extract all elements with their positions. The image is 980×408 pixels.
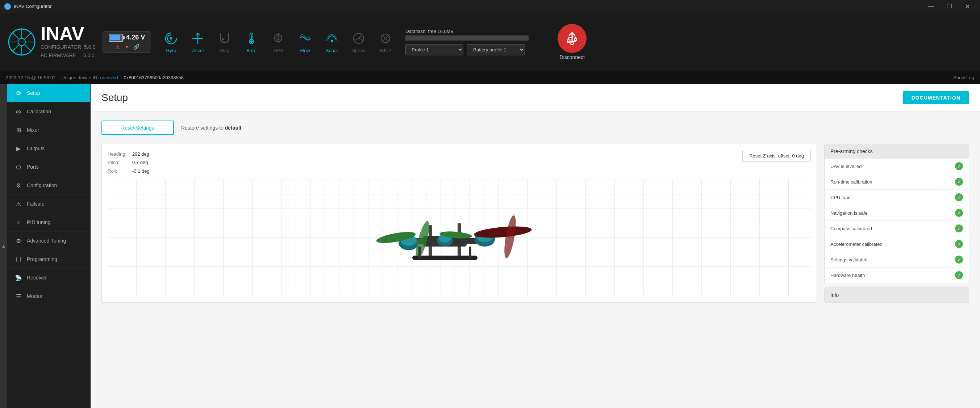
profile-select[interactable]: Profile 1	[406, 44, 463, 56]
sidebar-item-setup[interactable]: ⚙ Setup	[7, 84, 90, 102]
check-compass-label: Compass calibrated	[830, 226, 872, 231]
status-timestamp: 2022-12-15 @ 16:56:02 -- Unique device I…	[6, 75, 97, 80]
disconnect-button[interactable]: Disconnect	[550, 24, 594, 60]
heart-icon: ♥	[123, 43, 130, 50]
accel-label: Accel	[192, 48, 204, 53]
sensor-gps[interactable]: GPS	[266, 27, 291, 56]
gyro-label: Gyro	[166, 48, 176, 53]
main-content: Setup DOCUMENTATION Reset Settings Resto…	[91, 84, 980, 408]
battery-profile-select[interactable]: Battery profile 1	[467, 44, 525, 56]
sidebar-item-mixer[interactable]: ⊞ Mixer	[7, 121, 90, 140]
sidebar-item-configuration[interactable]: ⚙ Configuration	[7, 176, 90, 195]
close-button[interactable]: ✕	[959, 0, 976, 13]
dataflash-label: Dataflash: free 16.0MB	[406, 29, 543, 34]
flow-label: Flow	[300, 48, 310, 53]
svg-line-9	[12, 45, 19, 51]
battery-status-icons: ⚠ ♥ 🔗	[114, 43, 140, 50]
sidebar-label-ports: Ports	[27, 164, 39, 170]
sidebar-item-modes[interactable]: ☰ Modes	[7, 287, 90, 306]
titlebar: INAV Configurator — ❐ ✕	[0, 0, 980, 13]
sensor-sonar[interactable]: Sonar	[319, 27, 345, 56]
check-settings-label: Settings validated	[830, 257, 868, 262]
check-uav-levelled: UAV is levelled ✓	[824, 159, 969, 174]
page-title: Setup	[102, 92, 128, 103]
restore-button[interactable]: ❐	[941, 0, 958, 13]
status-received: received	[100, 75, 118, 80]
configuration-icon: ⚙	[14, 181, 22, 189]
sensor-gyro[interactable]: Gyro	[158, 27, 184, 56]
svg-point-25	[331, 40, 333, 42]
show-log-button[interactable]: Show Log	[953, 75, 974, 80]
check-accelerometer-label: Accelerometer calibrated	[830, 241, 883, 247]
roll-row: Roll: -0.1 deg	[108, 167, 811, 175]
disconnect-circle	[558, 24, 587, 53]
documentation-button[interactable]: DOCUMENTATION	[903, 91, 969, 104]
pid-tuning-icon: ≡	[14, 218, 22, 226]
check-compass-status: ✓	[955, 224, 963, 232]
pre-arming-section: Pre-arming checks UAV is levelled ✓ Run-…	[824, 144, 969, 283]
check-runtime-cal: Run-time calibration ✓	[824, 174, 969, 190]
configurator-label: CONFIGURATOR 5.0.0 FC FIRMWARE 5.0.0	[41, 43, 95, 59]
receiver-icon: 📡	[14, 274, 22, 282]
svg-point-10	[170, 37, 172, 40]
sidebar-label-mixer: Mixer	[27, 127, 39, 133]
check-hardware-health-label: Hardware health	[830, 273, 865, 278]
logo-area: INAV CONFIGURATOR 5.0.0 FC FIRMWARE 5.0.…	[7, 24, 95, 59]
svg-text:N: N	[222, 38, 224, 41]
sensor-baro[interactable]: Baro	[239, 27, 264, 56]
dataflash-area: Dataflash: free 16.0MB	[406, 29, 543, 41]
sidebar-label-advanced-tuning: Advanced Tuning	[27, 238, 66, 244]
sidebar-item-receiver[interactable]: 📡 Receiver	[7, 268, 90, 287]
window-controls: — ❐ ✕	[923, 0, 976, 13]
speed-label: Speed	[352, 48, 366, 53]
sidebar-item-ports[interactable]: ⬡ Ports	[7, 158, 90, 176]
app-container: INAV CONFIGURATOR 5.0.0 FC FIRMWARE 5.0.…	[0, 13, 980, 408]
check-compass: Compass calibrated ✓	[824, 221, 969, 237]
heading-row: Heading: 292 deg	[108, 150, 811, 158]
failsafe-icon: ⚠	[14, 200, 22, 208]
battery-voltage: 4.26 V	[126, 34, 145, 41]
sidebar-item-calibration[interactable]: ◎ Calibration	[7, 102, 90, 121]
flow-icon	[297, 30, 313, 46]
sidebar-label-programming: Programming	[27, 256, 57, 262]
sidebar-label-outputs: Outputs	[27, 146, 45, 151]
svg-point-1	[18, 38, 25, 46]
sidebar-scroll-up[interactable]: ▲	[0, 84, 7, 408]
reset-row: Reset Settings Restore settings to defau…	[102, 121, 969, 135]
svg-point-44	[474, 224, 532, 240]
content-area: Reset Settings Restore settings to defau…	[91, 112, 980, 408]
check-accelerometer-status: ✓	[955, 240, 963, 248]
reset-settings-button[interactable]: Reset Settings	[102, 121, 174, 135]
sensor-accel[interactable]: Accel	[185, 27, 210, 56]
sidebar-item-outputs[interactable]: ▶ Outputs	[7, 140, 90, 158]
mixer-icon: ⊞	[14, 126, 22, 134]
check-uav-levelled-label: UAV is levelled	[830, 164, 862, 169]
sidebar-item-advanced-tuning[interactable]: ⚙ Advanced Tuning	[7, 232, 90, 250]
sensor-mag[interactable]: N Mag	[212, 27, 237, 56]
inav-logo-icon	[7, 27, 36, 57]
minimize-button[interactable]: —	[923, 0, 939, 13]
svg-point-20	[250, 41, 253, 43]
mag-icon: N	[216, 30, 232, 46]
reset-z-axis-button[interactable]: Reset Z axis, offset: 0 deg	[742, 150, 811, 162]
check-hardware-health: Hardware health ✓	[824, 268, 969, 283]
sidebar-label-configuration: Configuration	[27, 183, 57, 188]
ports-icon: ⬡	[14, 163, 22, 171]
imu2-icon	[377, 30, 393, 46]
sensor-imu2[interactable]: IMU2	[373, 27, 398, 56]
sidebar-label-failsafe: Failsafe	[27, 201, 45, 207]
usb-icon	[564, 30, 580, 46]
gps-icon	[270, 30, 286, 46]
svg-point-29	[571, 42, 574, 45]
sidebar-label-setup: Setup	[27, 90, 40, 96]
sensor-flow[interactable]: Flow	[293, 27, 318, 56]
header-right: Dataflash: free 16.0MB Profile 1 Battery…	[406, 29, 543, 56]
sidebar-item-programming[interactable]: { } Programming	[7, 250, 90, 268]
sensor-speed[interactable]: Speed	[346, 27, 371, 56]
check-uav-levelled-status: ✓	[955, 162, 963, 170]
sidebar-item-failsafe[interactable]: ⚠ Failsafe	[7, 195, 90, 213]
sidebar-item-pid-tuning[interactable]: ≡ PID tuning	[7, 213, 90, 232]
mag-label: Mag	[220, 48, 229, 53]
info-header: Info	[824, 288, 969, 302]
profile-row: Profile 1 Battery profile 1	[406, 44, 543, 56]
